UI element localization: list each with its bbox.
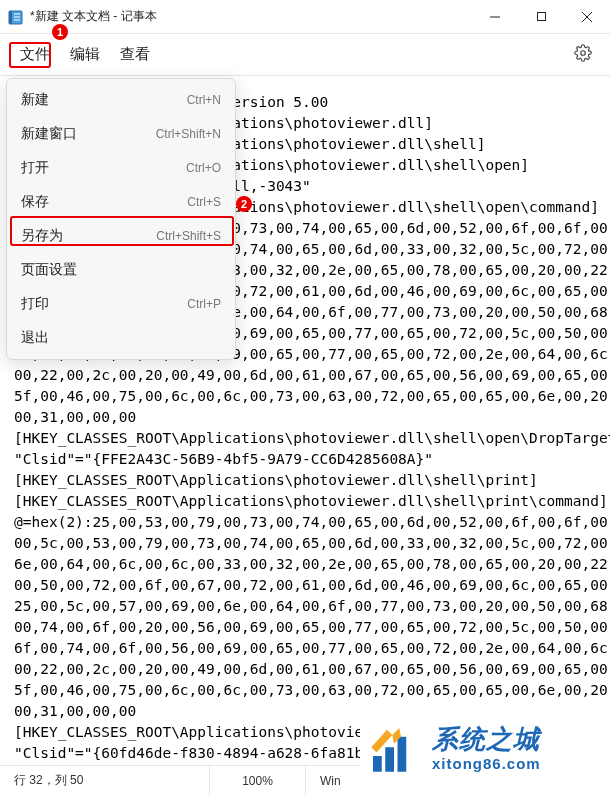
menu-view[interactable]: 查看: [110, 41, 160, 68]
maximize-button[interactable]: [518, 0, 564, 34]
svg-rect-1: [9, 11, 12, 24]
menu-item-shortcut: Ctrl+Shift+S: [156, 229, 221, 243]
minimize-button[interactable]: [472, 0, 518, 34]
menu-item-label: 新建: [21, 91, 49, 109]
menu-item-shortcut: Ctrl+O: [186, 161, 221, 175]
menu-item-label: 保存: [21, 193, 49, 211]
svg-rect-11: [385, 747, 394, 772]
status-zoom: 100%: [210, 766, 306, 795]
menu-item-new[interactable]: 新建Ctrl+N: [7, 83, 235, 117]
menu-item-exit[interactable]: 退出: [7, 321, 235, 355]
close-button[interactable]: [564, 0, 610, 34]
menu-item-shortcut: Ctrl+P: [187, 297, 221, 311]
menu-item-shortcut: Ctrl+S: [187, 195, 221, 209]
menu-item-save[interactable]: 保存Ctrl+S: [7, 185, 235, 219]
settings-button[interactable]: [566, 40, 600, 69]
menu-edit[interactable]: 编辑: [60, 41, 110, 68]
watermark: 系统之城 xitong86.com: [360, 703, 610, 795]
menu-item-label: 退出: [21, 329, 49, 347]
status-position: 行 32，列 50: [0, 766, 210, 795]
menu-item-label: 页面设置: [21, 261, 77, 279]
watermark-domain: xitong86.com: [432, 755, 541, 772]
file-dropdown: 新建Ctrl+N 新建窗口Ctrl+Shift+N 打开Ctrl+O 保存Ctr…: [6, 78, 236, 360]
menu-file[interactable]: 文件: [10, 41, 60, 68]
annotation-badge-1: 1: [52, 24, 68, 40]
menu-item-open[interactable]: 打开Ctrl+O: [7, 151, 235, 185]
watermark-brand: 系统之城: [432, 725, 541, 755]
menu-item-label: 打开: [21, 159, 49, 177]
watermark-icon: [366, 721, 422, 777]
svg-rect-6: [537, 13, 545, 21]
menu-item-label: 打印: [21, 295, 49, 313]
menu-item-shortcut: Ctrl+N: [187, 93, 221, 107]
annotation-badge-2: 2: [236, 196, 252, 212]
menu-item-page-setup[interactable]: 页面设置: [7, 253, 235, 287]
menu-item-shortcut: Ctrl+Shift+N: [156, 127, 221, 141]
svg-rect-12: [398, 737, 407, 772]
menu-bar: 文件 编辑 查看: [0, 34, 610, 76]
svg-rect-10: [373, 756, 382, 772]
gear-icon: [574, 44, 592, 65]
menu-item-new-window[interactable]: 新建窗口Ctrl+Shift+N: [7, 117, 235, 151]
window-controls: [472, 0, 610, 34]
menu-item-save-as[interactable]: 另存为Ctrl+Shift+S: [7, 219, 235, 253]
menu-item-label: 另存为: [21, 227, 63, 245]
notepad-icon: [8, 9, 24, 25]
menu-item-print[interactable]: 打印Ctrl+P: [7, 287, 235, 321]
menu-item-label: 新建窗口: [21, 125, 77, 143]
watermark-text: 系统之城 xitong86.com: [432, 725, 541, 772]
window-title: *新建 文本文档 - 记事本: [30, 8, 157, 25]
svg-point-9: [581, 51, 586, 56]
title-bar-left: *新建 文本文档 - 记事本: [0, 8, 472, 25]
title-bar: *新建 文本文档 - 记事本: [0, 0, 610, 34]
